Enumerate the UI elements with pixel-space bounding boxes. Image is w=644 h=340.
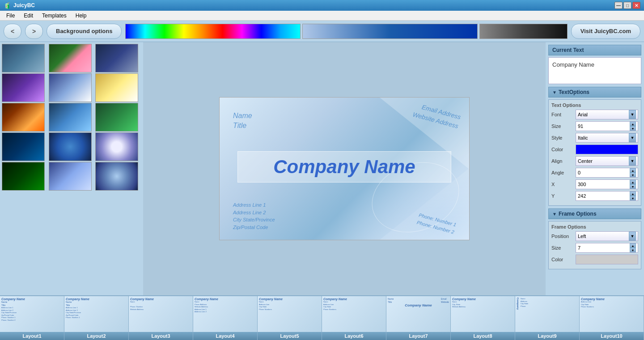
style-dropdown-btn[interactable]: ▼ [629, 133, 636, 142]
layout1-name: NameTitle [1, 301, 63, 306]
thumb-6[interactable] [95, 73, 138, 102]
thumb-7[interactable] [2, 103, 45, 132]
layout6-company: Company Name [323, 298, 385, 301]
layout-item-9[interactable]: Company NameAddressCity StatePhone Layou… [515, 296, 580, 340]
size-input[interactable]: 91 ▲ ▼ [576, 121, 638, 131]
fcolor-row: Color [551, 255, 638, 264]
layout5-company: Company Name [259, 298, 320, 301]
app-icon: 🧃 [4, 2, 11, 9]
rainbow-color-bar[interactable] [125, 24, 301, 39]
fcolor-swatch[interactable] [576, 255, 638, 264]
angle-down-btn[interactable]: ▼ [630, 173, 636, 177]
layout2-name: NameTitle [66, 301, 127, 306]
menu-edit[interactable]: Edit [19, 12, 38, 20]
style-select[interactable]: Italic ▼ [576, 133, 638, 143]
frame-options-header[interactable]: ▼ Frame Options [548, 208, 641, 219]
fsize-label: Size [551, 245, 574, 251]
font-row: Font Arial ▼ [551, 110, 638, 119]
align-select[interactable]: Center ▼ [576, 156, 638, 166]
bg-options-button[interactable]: Background options [47, 24, 122, 39]
y-up-btn[interactable]: ▲ [630, 191, 636, 196]
layout-item-1[interactable]: Company Name NameTitle Address Line 1Add… [0, 296, 64, 340]
card-company-name-box[interactable]: Company Name [237, 151, 451, 183]
x-spinner: ▲ ▼ [630, 180, 636, 189]
position-dropdown-btn[interactable]: ▼ [629, 232, 636, 241]
minimize-button[interactable]: — [614, 2, 623, 9]
thumb-5[interactable] [49, 73, 92, 102]
layout-thumb-1: Company Name NameTitle Address Line 1Add… [0, 296, 64, 332]
card-address-line1: Address Line 1 [233, 201, 275, 209]
thumb-14[interactable] [49, 162, 92, 191]
size-up-btn[interactable]: ▲ [630, 122, 636, 126]
thumb-8[interactable] [49, 103, 92, 132]
layout4-addr: NamePhone AddressWebsite AddressAddress … [195, 301, 256, 313]
color-swatch[interactable] [576, 144, 638, 154]
font-value: Arial [578, 112, 588, 117]
current-text-value: Company Name [552, 61, 594, 68]
thumb-4[interactable] [2, 73, 45, 102]
thumb-10[interactable] [2, 132, 45, 161]
thumb-3[interactable] [95, 44, 138, 72]
thumb-1[interactable] [2, 44, 45, 72]
main-area: Name Title Email Address Website Address… [0, 42, 644, 295]
layout-item-7[interactable]: NameTitle EmailWebsite Company Name Layo… [386, 296, 451, 340]
layout-item-2[interactable]: Company Name NameTitle Address Line 1Add… [64, 296, 129, 340]
thumb-2[interactable] [49, 44, 92, 72]
angle-input[interactable]: 0 ▲ ▼ [576, 168, 638, 178]
x-down-btn[interactable]: ▼ [630, 184, 636, 189]
layout-thumb-9: Company NameAddressCity StatePhone [515, 296, 579, 332]
position-row: Position Left ▼ [551, 231, 638, 241]
thumb-13[interactable] [2, 162, 45, 191]
thumb-11[interactable] [49, 132, 92, 161]
angle-up-btn[interactable]: ▲ [630, 168, 636, 173]
close-button[interactable]: ✕ [632, 2, 640, 9]
layout-item-6[interactable]: Company Name NameAddress LineCity StateP… [322, 296, 386, 340]
maximize-button[interactable]: □ [623, 2, 631, 9]
menu-file[interactable]: File [2, 12, 19, 20]
layout-item-5[interactable]: Company Name NameAddress LineCity StateP… [258, 296, 322, 340]
thumb-15[interactable] [95, 162, 138, 191]
text-options-header[interactable]: ▼ TextOptions [548, 87, 641, 98]
style-label: Style [551, 135, 574, 140]
y-input[interactable]: 242 ▲ ▼ [576, 191, 638, 201]
font-label: Font [551, 112, 574, 117]
layout-label-2: Layout2 [64, 332, 128, 340]
thumb-12[interactable] [95, 132, 138, 161]
card-address-area[interactable]: Address Line 1 Address Line 2 City State… [233, 201, 275, 231]
font-dropdown-btn[interactable]: ▼ [629, 110, 636, 119]
menu-templates[interactable]: Templates [38, 12, 71, 20]
fsize-row: Size 7 ▲ ▼ [551, 243, 638, 253]
blue-color-bar[interactable] [302, 24, 478, 39]
business-card[interactable]: Name Title Email Address Website Address… [219, 97, 470, 240]
fsize-up-btn[interactable]: ▲ [630, 243, 636, 248]
fcolor-label: Color [551, 257, 574, 262]
y-down-btn[interactable]: ▼ [630, 196, 636, 200]
x-input[interactable]: 300 ▲ ▼ [576, 179, 638, 189]
fsize-down-btn[interactable]: ▼ [630, 248, 636, 252]
position-select[interactable]: Left ▼ [576, 231, 638, 241]
layout-label-1: Layout1 [0, 332, 64, 340]
color-bar-container [125, 24, 567, 39]
thumb-9[interactable] [95, 103, 138, 132]
layout-label-4: Layout4 [193, 332, 257, 340]
layout10-addr: Address LineCity StatePhone Numbers [581, 301, 642, 308]
x-up-btn[interactable]: ▲ [630, 180, 636, 184]
font-select[interactable]: Arial ▼ [576, 110, 638, 119]
next-button[interactable]: > [25, 24, 43, 39]
menu-help[interactable]: Help [71, 12, 91, 20]
fsize-input[interactable]: 7 ▲ ▼ [576, 243, 638, 253]
visit-button[interactable]: Visit JuicyBC.com [571, 24, 640, 39]
layout-item-10[interactable]: Company Name Address LineCity StatePhone… [580, 296, 644, 340]
card-name-title[interactable]: Name Title [233, 111, 252, 131]
frame-options-arrow: ▼ [552, 212, 557, 217]
layout-item-8[interactable]: Company Name NameCity, StateWebsite Addr… [451, 296, 515, 340]
card-address-line2: Address Line 2 [233, 209, 275, 217]
prev-button[interactable]: < [4, 24, 21, 39]
align-dropdown-btn[interactable]: ▼ [629, 157, 636, 166]
current-text-box[interactable]: Company Name [548, 57, 641, 84]
size-down-btn[interactable]: ▼ [630, 126, 636, 131]
layout-item-3[interactable]: Company Name NamePhone: NumberWebsite Ad… [129, 296, 193, 340]
layout-item-4[interactable]: Company Name NamePhone AddressWebsite Ad… [193, 296, 258, 340]
layout-label-10: Layout10 [580, 332, 644, 340]
gray-color-bar[interactable] [479, 24, 568, 39]
